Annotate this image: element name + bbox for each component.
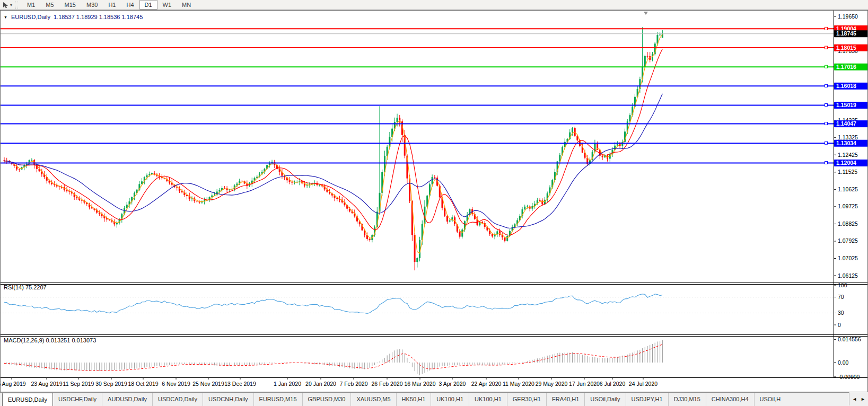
date-tick-label: 16 Mar 2020 [405,381,436,387]
chart-symbol-period: EURUSD,Daily [11,14,50,20]
tab-fra40-h1[interactable]: FRA40,H1 [546,393,584,406]
tab-usdcnh-daily[interactable]: USDCNH,Daily [203,393,253,406]
timeframe-h1[interactable]: H1 [103,0,121,10]
price-tick-label: 1.06125 [838,272,858,279]
svg-text:1.18745: 1.18745 [836,30,856,37]
tab-scroll-controls: ◄ ► [849,392,868,405]
price-tick-label: 1.12425 [838,152,858,158]
tab-dj30-m15[interactable]: DJ30,M15 [668,393,706,406]
date-tick-label: 11 Sep 2019 [63,381,94,387]
svg-text:1.16018: 1.16018 [836,83,856,89]
chart-window[interactable]: 1.196501.178501.142251.133251.124251.115… [0,10,868,392]
hline-drag-handle[interactable] [825,122,828,125]
date-tick-label: 23 Aug 2019 [31,381,63,387]
date-tick-label: 18 Oct 2019 [128,381,158,387]
tab-usdchf-daily[interactable]: USDCHF,Daily [53,393,102,406]
macd-tick-label: -0.00900 [838,374,860,380]
mt4-terminal: ▾ M1M5M15M30H1H4D1W1MN 1.196501.178501.1… [0,0,868,406]
date-tick-label: 7 Feb 2020 [339,381,367,387]
hline-drag-handle[interactable] [825,142,828,144]
price-tick-label: 1.07925 [838,237,858,244]
timeframe-w1[interactable]: W1 [157,0,177,10]
date-tick-label: 20 Jan 2020 [305,381,336,387]
svg-text:1.17016: 1.17016 [836,64,856,70]
collapse-arrow-icon[interactable]: ▼ [4,15,7,19]
svg-text:1.12004: 1.12004 [836,160,856,166]
chart-canvas[interactable]: 1.196501.178501.142251.133251.124251.115… [0,10,868,392]
tab-china300-h4[interactable]: CHINA300,H4 [706,393,754,406]
timeframe-buttons: M1M5M15M30H1H4D1W1MN [22,0,196,10]
tab-eurusd-m15[interactable]: EURUSD,M15 [253,393,302,406]
date-tick-label: 30 Sep 2019 [95,381,127,387]
tab-usoil-h[interactable]: USOil,H [754,393,786,406]
svg-text:1.15019: 1.15019 [836,102,856,108]
date-tick-label: 6 Jul 2020 [600,381,626,387]
scroll-right-icon[interactable]: ► [861,396,865,402]
chart-ohlc-readout: 1.18537 1.18929 1.18536 1.18745 [54,14,143,20]
hline-drag-handle[interactable] [825,103,828,106]
tab-xauusd-m5[interactable]: XAUUSD,M5 [350,393,396,406]
timeframe-m15[interactable]: M15 [59,0,81,10]
date-tick-label: 24 Jul 2020 [629,381,657,387]
price-tick-label: 1.07025 [838,255,858,261]
timeframe-m1[interactable]: M1 [22,0,40,10]
price-tick-label: 1.11525 [838,169,857,175]
tab-usdjpy-h1[interactable]: USDJPY,H1 [626,393,668,406]
hline-drag-handle[interactable] [825,46,828,49]
tab-audusd-daily[interactable]: AUDUSD,Daily [102,393,152,406]
tab-uk100-h1[interactable]: UK100,H1 [431,393,469,406]
tab-hk50-h1[interactable]: HK50,H1 [396,393,431,406]
date-tick-label: 6 Nov 2019 [162,381,190,387]
timeframe-toolbar: ▾ M1M5M15M30H1H4D1W1MN [0,0,868,10]
rsi-indicator-label: RSI(14) 75.2207 [4,284,47,290]
timeframe-mn[interactable]: MN [177,0,196,10]
tab-eurusd-daily[interactable]: EURUSD,Daily [2,393,53,406]
date-tick-label: 22 Apr 2020 [471,381,502,387]
cursor-icon[interactable] [2,1,10,9]
rsi-tick-label: 30 [838,310,844,316]
timeframe-h4[interactable]: H4 [121,0,139,10]
rsi-tick-label: 70 [838,294,844,300]
rsi-tick-label: 0 [838,322,841,328]
date-tick-label: 5 Aug 2019 [0,381,26,387]
tab-uk100-h1[interactable]: UK100,H1 [469,393,507,406]
date-tick-label: 13 Dec 2019 [224,381,256,387]
svg-text:1.14047: 1.14047 [836,120,856,127]
hline-drag-handle[interactable] [825,84,828,87]
date-tick-label: 25 Nov 2019 [192,381,224,387]
price-tick-label: 1.09725 [838,203,858,209]
cursor-icon-glyph [2,2,9,8]
tab-usdcad-daily[interactable]: USDCAD,Daily [152,393,203,406]
date-tick-label: 29 May 2020 [536,381,568,387]
chevron-down-icon[interactable]: ▾ [10,3,12,7]
hline-drag-handle[interactable] [825,27,828,30]
macd-tick-label: 0.00 [838,359,849,366]
rsi-tick-label: 100 [838,282,847,288]
tab-usoil-daily[interactable]: USOil,Daily [584,393,625,406]
price-tick-label: 1.08825 [838,220,858,227]
hline-drag-handle[interactable] [825,65,828,68]
tab-ger30-h1[interactable]: GER30,H1 [507,393,546,406]
date-tick-label: 17 Jun 2020 [569,381,600,387]
macd-indicator-label: MACD(12,26,9) 0.013251 0.013073 [4,337,96,343]
timeframe-d1[interactable]: D1 [139,0,157,10]
tab-gbpusd-m30[interactable]: GBPUSD,M30 [302,393,351,406]
toolbar-grip-handle[interactable] [15,2,18,8]
macd-tick-label: 0.014556 [838,336,861,342]
timeframe-m30[interactable]: M30 [81,0,103,10]
chart-tab-bar: EURUSD,DailyUSDCHF,DailyAUDUSD,DailyUSDC… [0,392,868,406]
price-tick-label: 1.19650 [838,13,858,20]
price-tick-label: 1.10625 [838,186,858,192]
date-tick-label: 26 Feb 2020 [372,381,403,387]
svg-text:1.18015: 1.18015 [836,45,856,51]
timeframe-m5[interactable]: M5 [40,0,59,10]
scroll-left-icon[interactable]: ◄ [852,396,857,402]
svg-text:1.13034: 1.13034 [836,140,856,146]
chart-title: ▼EURUSD,Daily 1.18537 1.18929 1.18536 1.… [4,14,143,20]
date-tick-label: 11 May 2020 [503,381,534,387]
hline-drag-handle[interactable] [825,161,828,164]
date-tick-label: 1 Jan 2020 [274,381,301,387]
date-tick-label: 3 Apr 2020 [439,381,466,387]
